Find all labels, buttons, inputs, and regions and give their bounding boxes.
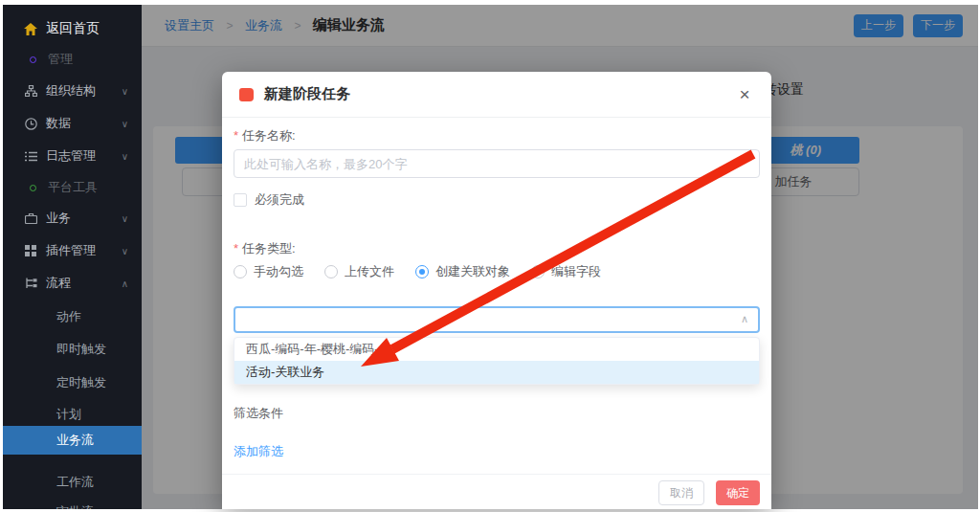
task-name-label: *任务名称: — [234, 127, 296, 145]
sidebar-item-org-structure[interactable]: 组织结构 ∨ — [3, 77, 142, 105]
briefcase-icon — [24, 211, 37, 225]
sidebar-item-label: 工作流 — [56, 474, 94, 491]
chevron-down-icon: ∨ — [122, 151, 128, 162]
modal-footer: 取消 确定 — [222, 474, 771, 509]
sidebar-group-label: 平台工具 — [48, 179, 98, 196]
modal-header: 新建阶段任务 × — [222, 72, 771, 118]
sidebar-item-label: 动作 — [56, 308, 81, 325]
sidebar-item-label: 即时触发 — [56, 341, 106, 358]
add-filter-link[interactable]: 添加筛选 — [234, 443, 283, 460]
sidebar-item-label: 定时触发 — [56, 374, 106, 391]
ring-green-icon — [26, 181, 39, 194]
sidebar-item-label: 组织结构 — [46, 82, 96, 100]
radio-icon — [324, 265, 338, 278]
required-mark: * — [234, 241, 238, 256]
chevron-down-icon: ∨ — [122, 119, 128, 129]
ring-purple-icon — [26, 53, 39, 66]
modal-title: 新建阶段任务 — [264, 85, 350, 103]
sidebar-item-process[interactable]: 流程 ∧ — [3, 269, 142, 298]
radio-icon — [531, 265, 545, 278]
clock-icon — [24, 117, 37, 130]
task-type-label: *任务类型: — [234, 240, 296, 257]
sidebar-item-instant-trigger[interactable]: 即时触发 — [3, 335, 142, 364]
filter-conditions-label: 筛选条件 — [234, 405, 283, 422]
sidebar-item-label: 返回首页 — [46, 20, 100, 37]
radio-icon — [234, 265, 247, 278]
radio-label: 上传文件 — [345, 263, 394, 280]
radio-manual-check[interactable]: 手动勾选 — [234, 263, 303, 280]
radio-label: 编辑字段 — [551, 263, 601, 280]
sidebar-item-business[interactable]: 业务 ∨ — [3, 204, 142, 233]
flag-icon — [239, 88, 254, 101]
sidebar-item-label: 插件管理 — [46, 242, 96, 259]
flow-icon — [24, 277, 37, 290]
confirm-button[interactable]: 确定 — [716, 480, 760, 505]
radio-label: 创建关联对象 — [435, 263, 510, 280]
radio-upload-file[interactable]: 上传文件 — [324, 263, 394, 280]
sidebar-item-workflow[interactable]: 工作流 — [3, 468, 142, 497]
sidebar: 返回首页 管理 组织结构 ∨ 数据 ∨ 日志管理 ∨ 平台工具 业务 ∨ — [3, 5, 142, 509]
sidebar-item-label: 数据 — [46, 115, 71, 132]
sidebar-item-approval-flow[interactable]: 审批流 — [3, 498, 142, 509]
must-complete-checkbox-row[interactable]: 必须完成 — [234, 191, 304, 209]
must-complete-label: 必须完成 — [255, 191, 304, 209]
chevron-down-icon: ∨ — [122, 213, 128, 224]
dropdown-option-activity-related-business[interactable]: 活动-关联业务 — [234, 361, 759, 384]
grid-icon — [24, 244, 37, 257]
sidebar-item-action[interactable]: 动作 — [3, 302, 142, 331]
radio-label: 手动勾选 — [254, 263, 303, 280]
chevron-up-icon: ∧ — [741, 313, 748, 325]
sidebar-item-plugin-management[interactable]: 插件管理 ∨ — [3, 236, 142, 265]
chevron-up-icon: ∧ — [122, 278, 128, 289]
task-name-input[interactable] — [234, 149, 760, 178]
sidebar-item-label: 计划 — [56, 406, 81, 423]
chevron-down-icon: ∨ — [122, 86, 128, 97]
sidebar-group-platform-tools[interactable]: 平台工具 — [3, 173, 142, 202]
list-icon — [24, 149, 37, 163]
sidebar-item-log-management[interactable]: 日志管理 ∨ — [3, 142, 142, 170]
sidebar-item-label: 日志管理 — [46, 147, 96, 165]
sidebar-item-label: 业务 — [46, 210, 71, 227]
sidebar-group-admin[interactable]: 管理 — [3, 45, 142, 74]
radio-create-related-object[interactable]: 创建关联对象 — [415, 263, 510, 280]
sidebar-item-data[interactable]: 数据 ∨ — [3, 109, 142, 138]
close-icon[interactable]: × — [733, 83, 756, 106]
checkbox-icon[interactable] — [234, 193, 247, 207]
required-mark: * — [234, 128, 238, 143]
radio-edit-field[interactable]: 编辑字段 — [531, 263, 601, 280]
select-dropdown-panel: 西瓜-编码-年-樱桃-编码-年 活动-关联业务 — [234, 337, 760, 385]
org-icon — [24, 84, 37, 98]
sidebar-item-plan[interactable]: 计划 — [3, 400, 142, 429]
sidebar-item-business-flow[interactable]: 业务流 — [3, 426, 142, 455]
sidebar-item-label: 流程 — [46, 275, 71, 292]
sidebar-item-home[interactable]: 返回首页 — [3, 14, 142, 43]
sidebar-item-timed-trigger[interactable]: 定时触发 — [3, 368, 142, 397]
radio-checked-icon — [415, 265, 429, 278]
home-icon — [24, 22, 37, 35]
related-object-select[interactable]: ∧ — [234, 306, 760, 333]
sidebar-group-label: 管理 — [48, 51, 73, 68]
sidebar-item-label: 业务流 — [56, 432, 94, 449]
dropdown-option-watermelon[interactable]: 西瓜-编码-年-樱桃-编码-年 — [234, 338, 759, 361]
task-type-radio-group: 手动勾选 上传文件 创建关联对象 编辑字段 — [234, 263, 622, 280]
sidebar-item-label: 审批流 — [56, 503, 94, 509]
new-stage-task-modal: 新建阶段任务 × *任务名称: 必须完成 *任务类型: 手动勾选 上传文件 创建… — [222, 72, 771, 509]
cancel-button[interactable]: 取消 — [658, 480, 704, 505]
chevron-down-icon: ∨ — [122, 246, 128, 256]
